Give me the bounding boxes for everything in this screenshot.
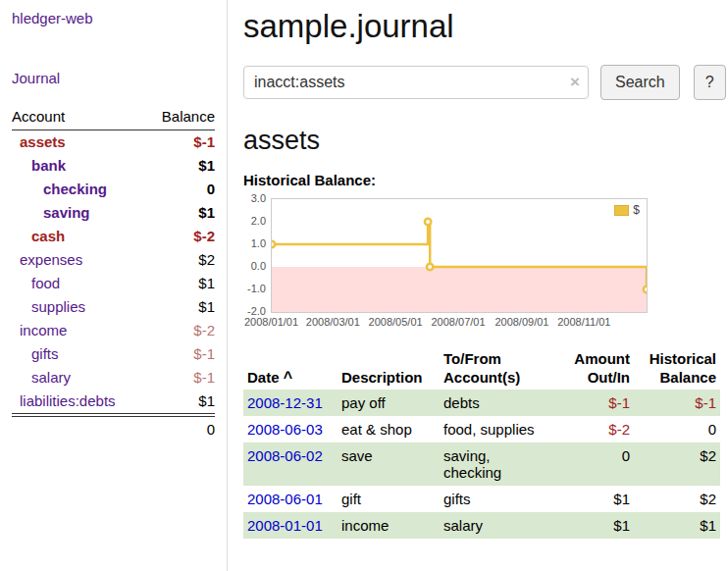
register-accounts: salary [440,512,549,539]
register-description: income [338,512,440,539]
account-balance: $-2 [146,319,215,342]
account-link[interactable]: bank [31,157,66,174]
register-balance: 0 [634,416,720,442]
register-row: 2008-06-02 save saving, checking 0 $2 [243,442,720,486]
app-title-link[interactable]: hledger-web [12,10,215,26]
register-amount: $1 [549,486,634,512]
clear-search-icon[interactable]: × [570,73,580,92]
register-amount: 0 [549,442,634,486]
account-balance: $1 [146,154,215,178]
account-balance: $2 [146,248,215,272]
account-balance: $1 [146,201,215,225]
legend-series-label: $ [633,203,640,217]
chart-ylabels: 3.02.01.00.0-1.0-2.0 [243,198,271,313]
account-link[interactable]: cash [31,228,65,244]
accounts-header-balance: Balance [146,104,215,130]
account-link[interactable]: gifts [31,345,59,362]
chart-x-tick-label: 2008/01/01 [244,316,298,328]
register-balance: $1 [634,512,720,539]
register-description: gift [338,486,440,512]
legend-series-swatch [614,205,629,216]
account-balance: $-1 [146,130,215,155]
main-content: sample.journal × Search ? assets Histori… [228,0,728,571]
account-row: salary $-1 [12,366,215,389]
account-link[interactable]: expenses [20,251,82,268]
chart-y-tick-label: 0.0 [251,260,266,272]
register-table-body: 2008-12-31 pay off debts $-1 $-1 2008-06… [243,389,720,539]
register-header-balance: Historical Balance [634,348,720,389]
accounts-table: Account Balance assets $-1 bank $1 check… [12,104,215,441]
account-link[interactable]: checking [43,181,107,197]
chart-x-tick-label: 2008/09/01 [494,316,548,328]
register-amount: $-1 [549,389,634,416]
register-date-link[interactable]: 2008-06-02 [247,447,323,464]
account-link[interactable]: assets [20,133,66,150]
historical-balance-chart: 3.02.01.00.0-1.0-2.0 $ 2008/01/012008/03… [243,198,726,329]
chart-x-tick-label: 2008/07/01 [432,316,486,328]
account-row: cash $-2 [12,225,215,248]
chart-plot-area: $ [271,198,648,313]
register-header-row: Date ^ Description To/From Account(s) Am… [243,348,720,389]
chart-y-tick-label: 1.0 [251,237,266,249]
chart-inner: 3.02.01.00.0-1.0-2.0 $ [243,198,726,313]
chart-legend: $ [610,202,644,218]
accounts-total-row: 0 [12,415,215,441]
register-header-amount: Amount Out/In [549,348,634,389]
register-row: 2008-06-03 eat & shop food, supplies $-2… [243,416,720,442]
register-description: save [338,442,440,486]
account-link[interactable]: liabilities:debts [20,392,116,409]
chart-y-tick-label: 2.0 [251,215,266,227]
register-balance: $2 [634,486,720,512]
nav-journal-link[interactable]: Journal [12,70,215,86]
chart-y-tick-label: -1.0 [247,283,266,294]
account-balance: $-1 [146,366,215,389]
account-row: saving $1 [12,201,215,225]
account-row: income $-2 [12,319,215,342]
search-button[interactable]: Search [600,65,680,100]
chart-x-tick-label: 2008/11/01 [557,316,610,328]
register-date-link[interactable]: 2008-06-01 [247,491,323,507]
register-date-link[interactable]: 2008-12-31 [247,394,323,411]
account-row: gifts $-1 [12,342,215,366]
register-row: 2008-12-31 pay off debts $-1 $-1 [243,389,720,416]
register-date-link[interactable]: 2008-06-03 [247,421,323,438]
account-balance: $-2 [146,225,215,248]
account-row: bank $1 [12,154,215,178]
search-box: × [243,66,589,99]
register-description: pay off [338,389,440,416]
register-row: 2008-01-01 income salary $1 $1 [243,512,720,539]
chart-x-tick-label: 2008/05/01 [369,316,423,328]
chart-title: Historical Balance: [243,172,726,188]
search-input[interactable] [243,66,589,99]
register-header-date-label: Date [247,369,280,386]
accounts-table-body: assets $-1 bank $1 checking 0 saving $1 … [12,130,215,416]
register-accounts: saving, checking [440,442,549,486]
register-header-description: Description [338,348,440,389]
account-link[interactable]: salary [31,369,71,386]
register-date-link[interactable]: 2008-01-01 [247,517,323,534]
account-balance: $1 [146,389,215,415]
account-row: assets $-1 [12,130,215,155]
account-row: expenses $2 [12,248,215,272]
register-row: 2008-06-01 gift gifts $1 $2 [243,486,720,512]
accounts-total-balance: 0 [146,415,215,441]
account-link[interactable]: saving [43,204,90,221]
account-row: food $1 [12,272,215,295]
page-title: sample.journal [243,8,726,45]
register-accounts: gifts [440,486,549,512]
account-heading: assets [243,126,726,156]
account-balance: $-1 [146,342,215,366]
accounts-header-row: Account Balance [12,104,215,130]
account-link[interactable]: supplies [31,298,85,315]
register-accounts: food, supplies [440,416,549,442]
register-header-date[interactable]: Date ^ [243,348,338,389]
account-link[interactable]: food [31,275,60,291]
help-button[interactable]: ? [694,65,726,100]
chart-plot-svg [272,199,647,312]
account-balance: $1 [146,295,215,319]
register-amount: $1 [549,512,634,539]
sidebar: hledger-web Journal Account Balance asse… [0,0,228,571]
account-link[interactable]: income [20,322,67,338]
hledger-web-app: hledger-web Journal Account Balance asse… [0,0,728,571]
register-table: Date ^ Description To/From Account(s) Am… [243,348,720,539]
